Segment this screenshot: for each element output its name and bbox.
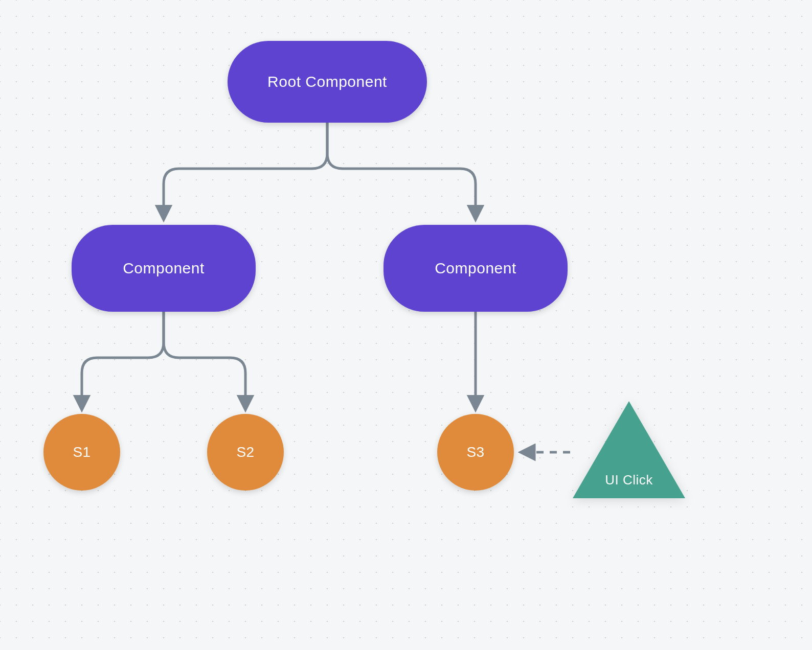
node-label: S3	[466, 444, 484, 460]
node-label: Component	[123, 260, 205, 277]
node-label: Root Component	[267, 73, 387, 90]
node-root-component[interactable]: Root Component	[228, 41, 427, 123]
node-label: S1	[73, 444, 91, 460]
edge-root-to-left	[164, 123, 327, 219]
node-component-left[interactable]: Component	[72, 225, 256, 312]
node-ui-click[interactable]: UI Click	[573, 401, 685, 498]
node-component-right[interactable]: Component	[384, 225, 568, 312]
edge-left-to-s1	[82, 312, 164, 409]
edge-root-to-right	[327, 123, 476, 219]
node-s3[interactable]: S3	[437, 414, 514, 491]
edge-left-to-s2	[164, 312, 245, 409]
node-label: Component	[435, 260, 516, 277]
node-label: UI Click	[573, 472, 685, 488]
node-s2[interactable]: S2	[207, 414, 284, 491]
diagram-canvas: Root Component Component Component S1 S2…	[0, 0, 812, 650]
node-label: S2	[236, 444, 254, 460]
node-s1[interactable]: S1	[43, 414, 120, 491]
